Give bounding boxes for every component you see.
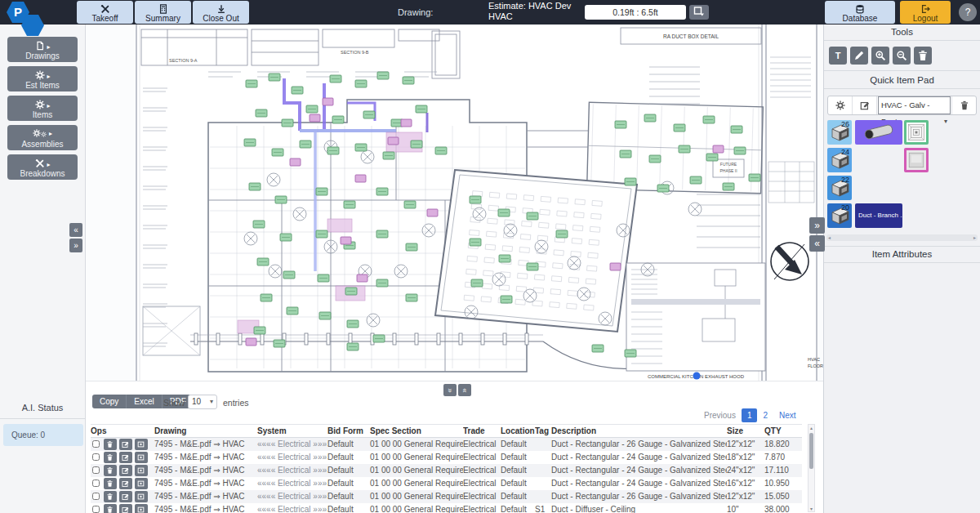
row-edit-button[interactable] xyxy=(119,504,132,513)
table-scrollbar[interactable]: ▴ ▾ xyxy=(808,424,815,512)
row-checkbox[interactable] xyxy=(92,440,100,448)
takeoff-button[interactable]: Takeoff xyxy=(77,1,133,24)
row-edit-button[interactable] xyxy=(119,491,132,502)
col-trade: Trade xyxy=(463,425,501,438)
scale-value-field[interactable]: 0.19ft : 6.5ft xyxy=(585,5,686,20)
row-view-button[interactable] xyxy=(135,439,148,450)
collapse-table-button[interactable]: » xyxy=(443,384,457,396)
expand-left-panel-button[interactable]: » xyxy=(69,239,82,252)
close-out-button[interactable]: Close Out xyxy=(193,1,249,24)
row-view-button[interactable] xyxy=(135,452,148,463)
help-button[interactable]: ? xyxy=(959,3,977,21)
quick-item-tile-duct-rect-24[interactable]: 24 xyxy=(827,148,852,172)
cell-size: 12"x12" xyxy=(727,490,764,503)
zoom-out-button[interactable] xyxy=(893,47,911,65)
row-edit-button[interactable] xyxy=(119,478,132,489)
floor-plan-drawing[interactable]: SECTION 9-A SECTION 9-B RA DUCT BOX DETA… xyxy=(86,25,823,381)
row-view-button[interactable] xyxy=(135,478,148,489)
quick-item-tile-diffuser[interactable] xyxy=(904,120,929,145)
sidebar-item-est-items[interactable]: ▸ Est Items xyxy=(7,66,78,91)
cell-system: «««« Electrical »»»» xyxy=(257,451,327,464)
page-size-select[interactable]: 10▾ xyxy=(188,395,217,409)
item-delete-button[interactable] xyxy=(951,96,976,114)
ra-duct-detail-label: RA DUCT BOX DETAIL xyxy=(663,33,719,39)
row-edit-button[interactable] xyxy=(119,452,132,463)
table-row[interactable]: 7495 - M&E.pdf ⇒ HVAC«««« Electrical »»»… xyxy=(91,451,802,464)
entries-label: entries xyxy=(223,398,249,408)
row-delete-button[interactable] xyxy=(104,439,117,450)
scroll-left-icon[interactable]: ◂ xyxy=(828,234,831,241)
estimate-sub-name: HVAC xyxy=(488,11,571,22)
row-checkbox[interactable] xyxy=(92,493,100,500)
sidebar-item-items[interactable]: ▸ Items xyxy=(7,96,78,121)
page-1-button[interactable]: 1 xyxy=(742,408,758,422)
cell-drawing: 7495 - M&E.pdf ⇒ HVAC xyxy=(154,451,257,464)
next-page-button[interactable]: Next xyxy=(773,408,802,422)
sidebar-item-label: Breakdowns xyxy=(20,169,65,178)
row-delete-button[interactable] xyxy=(104,478,117,489)
summary-button[interactable]: Summary xyxy=(135,1,191,24)
quick-item-tile-duct-rect-22[interactable]: 22 xyxy=(827,176,852,200)
expand-right-panel-button[interactable]: » xyxy=(809,217,825,234)
table-row[interactable]: 7495 - M&E.pdf ⇒ HVAC«««« Electrical »»»… xyxy=(91,464,802,477)
table-row[interactable]: 7495 - M&E.pdf ⇒ HVAC«««« Electrical »»»… xyxy=(91,477,802,490)
zoom-in-button[interactable] xyxy=(871,47,889,65)
scrollbar-thumb[interactable] xyxy=(809,433,813,469)
item-settings-button[interactable] xyxy=(828,96,853,114)
row-view-button[interactable] xyxy=(135,504,148,513)
sidebar-item-drawings[interactable]: ▸ Drawings xyxy=(7,37,78,62)
row-checkbox[interactable] xyxy=(92,466,100,474)
expand-table-button[interactable]: « xyxy=(458,384,471,396)
row-view-button[interactable] xyxy=(135,491,148,502)
collapse-right-panel-button[interactable]: « xyxy=(809,235,825,252)
item-edit-button[interactable] xyxy=(853,96,877,114)
database-button[interactable]: Database xyxy=(825,1,895,24)
sidebar-item-assemblies[interactable]: ▸ Assemblies xyxy=(7,125,78,150)
sidebar-item-breakdowns[interactable]: ▸ Breakdowns xyxy=(7,154,78,180)
hvac-floor-label-1: HVAC xyxy=(808,357,820,362)
cell-bid-form: Default xyxy=(327,438,370,451)
scroll-right-icon[interactable]: ▸ xyxy=(973,234,976,241)
copy-button[interactable]: Copy xyxy=(92,395,127,408)
row-checkbox[interactable] xyxy=(92,453,100,461)
row-checkbox[interactable] xyxy=(92,480,100,487)
drawing-canvas[interactable]: SECTION 9-A SECTION 9-B RA DUCT BOX DETA… xyxy=(86,25,823,381)
blue-point-marker[interactable] xyxy=(693,372,701,380)
row-delete-button[interactable] xyxy=(104,465,117,476)
logout-button[interactable]: Logout xyxy=(900,1,951,24)
excel-button[interactable]: Excel xyxy=(127,395,162,408)
row-view-button[interactable] xyxy=(135,465,148,476)
row-edit-button[interactable] xyxy=(119,465,132,476)
row-delete-button[interactable] xyxy=(104,504,117,513)
table-row[interactable]: 7495 - M&E.pdf ⇒ HVAC«««« Electrical »»»… xyxy=(91,490,802,503)
text-tool-button[interactable]: T xyxy=(829,47,847,65)
row-edit-button[interactable] xyxy=(119,439,132,450)
previous-page-button[interactable]: Previous xyxy=(698,408,742,422)
quick-item-tile-panel[interactable] xyxy=(904,148,929,172)
row-checkbox[interactable] xyxy=(92,506,100,513)
scroll-up-icon[interactable]: ▴ xyxy=(808,425,814,430)
scroll-down-icon[interactable]: ▾ xyxy=(808,506,814,511)
cell-location: Default xyxy=(501,464,535,477)
table-row[interactable]: 7495 - M&E.pdf ⇒ HVAC«««« Electrical »»»… xyxy=(91,503,802,513)
quick-item-tile-duct-branch[interactable]: Duct - Branch ... xyxy=(855,203,902,228)
draw-tool-button[interactable] xyxy=(850,47,868,65)
col-bid-form: Bid Form xyxy=(327,425,370,438)
quick-item-tile-duct-rect-20[interactable]: 20 xyxy=(827,203,852,228)
drawing-label: Drawing: xyxy=(398,7,433,17)
cell-spec-section: 01 00 00 General Requirements xyxy=(370,490,463,503)
future-phase-label-1: FUTURE xyxy=(720,162,737,167)
delete-tool-button[interactable] xyxy=(914,47,932,65)
quick-item-tile-duct-rect-26[interactable]: 26 xyxy=(827,120,852,145)
collapse-left-panel-button[interactable]: « xyxy=(69,223,82,237)
scale-dropdown-button[interactable] xyxy=(689,5,709,20)
row-delete-button[interactable] xyxy=(104,452,117,463)
table-row[interactable]: 7495 - M&E.pdf ⇒ HVAC«««« Electrical »»»… xyxy=(91,438,802,451)
tile-scrollbar[interactable]: ◂ ▸ xyxy=(826,234,978,241)
trash-icon xyxy=(917,50,929,61)
quick-item-select[interactable]: HVAC - Galv - Duct▾ xyxy=(878,96,951,114)
page-2-button[interactable]: 2 xyxy=(757,408,773,422)
sidebar-item-label: Drawings xyxy=(25,51,60,60)
row-delete-button[interactable] xyxy=(104,491,117,502)
quick-item-tile-duct-round[interactable] xyxy=(855,120,902,145)
